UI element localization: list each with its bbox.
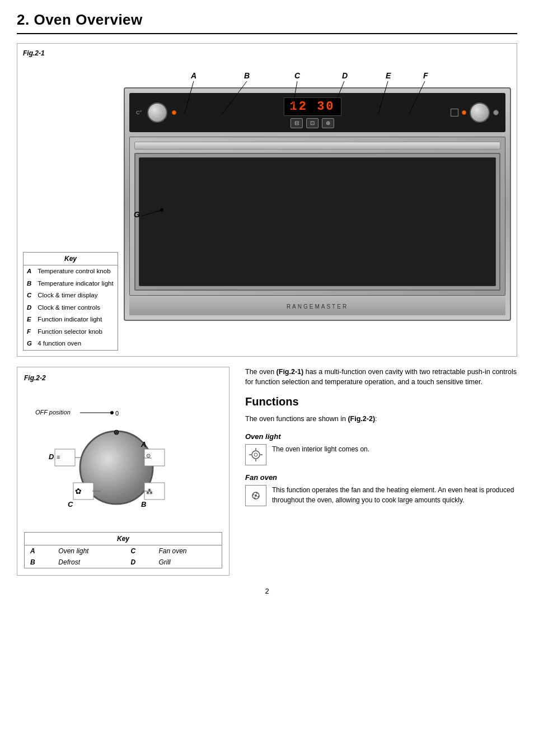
fan-oven-icon-box (245, 485, 266, 506)
oven-door-handle[interactable] (134, 142, 500, 150)
key-letter-C: C (24, 290, 35, 302)
oven-door (129, 137, 505, 296)
svg-text:C: C (294, 71, 301, 80)
fig21-box: Fig.2-1 Key A Temperature control knob B… (17, 43, 517, 357)
timer-btn-3[interactable]: ⊕ (322, 118, 334, 128)
function-indicator-light (462, 110, 466, 115)
key-row-B: B Temperature indicator light (24, 278, 118, 290)
right-controls (451, 102, 499, 123)
oven-light-icon-box (245, 444, 266, 465)
svg-text:B: B (141, 500, 146, 508)
temperature-knob[interactable] (147, 102, 167, 123)
svg-text:E: E (386, 71, 391, 80)
oven-outer-body: C° 12 30 ⊟ ⊡ ⊕ (124, 87, 511, 321)
fig22-key-D-letter: D (125, 557, 153, 568)
fig22-key-table: Key A Oven light C Fan oven B Defrost D … (24, 532, 222, 568)
svg-text:A: A (140, 440, 146, 449)
oven-light-body: The oven interior light comes on. (245, 444, 517, 465)
oven-window-frame (134, 153, 500, 291)
right-description: The oven (Fig.2-1) has a multi-function … (241, 367, 517, 576)
svg-text:C: C (68, 500, 73, 508)
svg-text:≡: ≡ (57, 454, 60, 460)
oven-light-description: The oven interior light comes on. (272, 444, 369, 454)
key-row-C: C Clock & timer display (24, 290, 118, 302)
key-letter-D: D (24, 302, 35, 314)
clock-timer-controls[interactable]: ⊟ ⊡ ⊕ (291, 118, 334, 128)
fan-oven-icon (247, 487, 265, 505)
key-letter-F: F (24, 326, 35, 338)
function-selector-knob[interactable] (470, 102, 490, 123)
fig21-ref-bold: (Fig.2-1) (277, 368, 304, 376)
fig22-key-row-2: B Defrost D Grill (25, 557, 222, 568)
fig22-key-row-1: A Oven light C Fan oven (25, 545, 222, 557)
svg-text:D: D (49, 452, 54, 461)
temperature-indicator-light (172, 110, 176, 115)
fan-oven-title: Fan oven (245, 473, 517, 482)
function-oven-light: Oven light The oven interior light comes… (245, 432, 517, 465)
key-desc-D: Clock & timer controls (34, 302, 118, 314)
fig21-key-area: Key A Temperature control knob B Tempera… (23, 252, 118, 351)
oven-window (139, 157, 496, 286)
fig21-layout: Key A Temperature control knob B Tempera… (23, 62, 511, 351)
right-btn-1[interactable] (451, 109, 458, 116)
fig21-key-table: Key A Temperature control knob B Tempera… (23, 252, 118, 351)
key-row-F: F Function selector knob (24, 326, 118, 338)
svg-text:⊙: ⊙ (146, 452, 151, 459)
key-letter-A: A (24, 265, 35, 278)
page-title: 2. Oven Overview (17, 11, 517, 29)
title-divider (17, 33, 517, 34)
svg-text:A: A (190, 71, 196, 80)
functions-heading: Functions (245, 395, 517, 408)
timer-btn-2[interactable]: ⊡ (306, 118, 318, 128)
fig22-svg: OFF position 0 ⊙ A (24, 386, 214, 526)
key-desc-G: 4 function oven (34, 338, 118, 350)
fan-oven-description: This function operates the fan and the h… (272, 485, 517, 505)
key-desc-C: Clock & timer display (34, 290, 118, 302)
fig22-key-C-desc: Fan oven (153, 545, 222, 557)
key-row-A: A Temperature control knob (24, 265, 118, 278)
fig22-key-A-desc: Oven light (53, 545, 125, 557)
key-desc-E: Function indicator light (34, 314, 118, 326)
timer-btn-1[interactable]: ⊟ (291, 118, 303, 128)
oven-diagram-area: A B C D E F G (124, 62, 511, 351)
clock-timer-display: 12 30 (284, 97, 341, 116)
page-number: 2 (17, 587, 517, 601)
fig22-box: Fig.2-2 OFF position 0 (17, 367, 229, 576)
svg-text:0: 0 (115, 410, 119, 417)
fig22-key-B-desc: Defrost (53, 557, 125, 568)
oven-light-title: Oven light (245, 432, 517, 441)
display-area: 12 30 ⊟ ⊡ ⊕ (181, 97, 444, 128)
fig22-key-title: Key (25, 532, 222, 545)
fig21-key-title: Key (24, 253, 118, 265)
key-desc-B: Temperature indicator light (34, 278, 118, 290)
brand-name: RANGEmaster (129, 300, 505, 312)
svg-text:⁂: ⁂ (146, 488, 153, 496)
fig22-key-A-letter: A (25, 545, 53, 557)
svg-text:✿: ✿ (75, 487, 82, 496)
svg-point-44 (255, 494, 257, 497)
svg-text:F: F (423, 71, 428, 80)
svg-text:D: D (342, 71, 348, 80)
oven-bottom-strip: RANGEmaster (129, 296, 505, 315)
lower-section: Fig.2-2 OFF position 0 (17, 367, 517, 576)
functions-intro: The oven functions are shown in (Fig.2-2… (245, 414, 517, 424)
svg-text:B: B (244, 71, 250, 80)
fig22-key-D-desc: Grill (153, 557, 222, 568)
svg-text:OFF position: OFF position (35, 409, 71, 416)
fan-oven-body: This function operates the fan and the h… (245, 485, 517, 506)
fig22-ref-bold: (Fig.2-2) (348, 415, 375, 423)
key-letter-B: B (24, 278, 35, 290)
key-letter-G: G (24, 338, 35, 350)
svg-point-17 (110, 411, 114, 414)
fig22-label: Fig.2-2 (24, 374, 222, 382)
fig21-label: Fig.2-1 (23, 49, 511, 57)
fig22-key-B-letter: B (25, 557, 53, 568)
knob-diagram: OFF position 0 ⊙ A (24, 386, 214, 526)
key-letter-E: E (24, 314, 35, 326)
key-row-E: E Function indicator light (24, 314, 118, 326)
key-desc-F: Function selector knob (34, 326, 118, 338)
main-description: The oven (Fig.2-1) has a multi-function … (245, 367, 517, 388)
svg-point-38 (254, 453, 257, 456)
key-desc-A: Temperature control knob (34, 265, 118, 278)
key-row-G: G 4 function oven (24, 338, 118, 350)
